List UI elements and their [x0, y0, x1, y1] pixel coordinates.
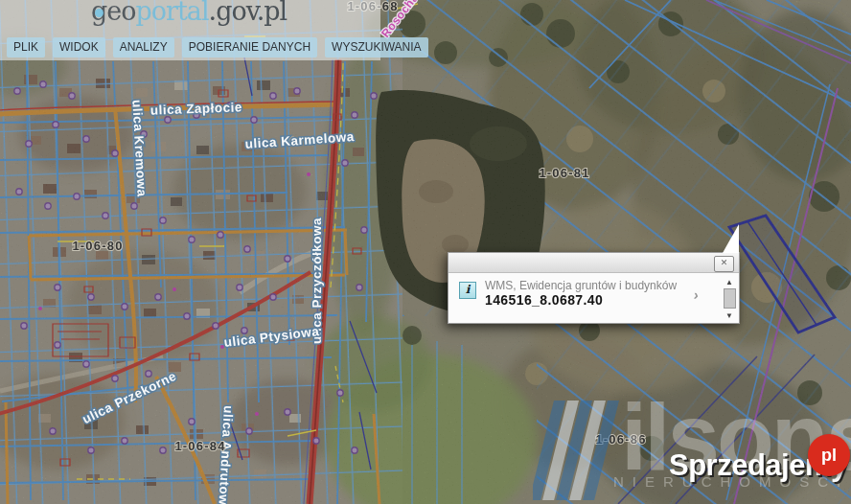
- scrollbar-thumb[interactable]: [724, 288, 736, 309]
- chevron-right-icon[interactable]: ›: [693, 286, 700, 304]
- logo-part-govpl: .gov.pl: [209, 0, 288, 26]
- menu-item-plik[interactable]: PLIK: [7, 37, 45, 57]
- parcel-label-1-06-81: 1-06-81: [539, 166, 589, 180]
- parcel-label-1-06-84: 1-06-84: [174, 439, 225, 453]
- logo-part-portal: portal: [136, 0, 209, 26]
- menu-item-analizy[interactable]: ANALIZY: [113, 37, 174, 57]
- popup-feature-id: 146516_8.0687.40: [485, 292, 603, 308]
- scroll-up-icon[interactable]: ▲: [723, 278, 736, 286]
- popup-scrollbar[interactable]: ▲ ▼: [723, 278, 736, 320]
- header-bar: geoportal.gov.pl PLIK WIDOK ANALIZY POBI…: [0, 0, 380, 60]
- menu-item-wyszukiwania[interactable]: WYSZUKIWANIA: [325, 37, 428, 57]
- geoportal-logo[interactable]: geoportal.gov.pl: [91, 0, 287, 26]
- main-menu: PLIK WIDOK ANALIZY POBIERANIE DANYCH WYS…: [7, 37, 428, 57]
- parcel-label-1-06-86: 1-06-86: [595, 432, 646, 447]
- scroll-down-icon[interactable]: ▼: [723, 311, 736, 320]
- popup-layer-source: WMS, Ewidencja gruntów i budynków: [485, 279, 677, 292]
- parcel-label-1-06-80: 1-06-80: [72, 239, 123, 253]
- geoportal-app: ulica Zapłocie ulica Kremowa ulica Karme…: [0, 0, 851, 504]
- menu-item-widok[interactable]: WIDOK: [53, 37, 105, 57]
- menu-item-pobieranie-danych[interactable]: POBIERANIE DANYCH: [182, 37, 317, 57]
- logo-dot-icon: [95, 9, 104, 17]
- wms-info-popup: ✕ i WMS, Ewidencja gruntów i budynków 14…: [448, 252, 740, 324]
- popup-title-bar[interactable]: [448, 253, 739, 273]
- info-icon: i: [459, 282, 476, 299]
- close-icon[interactable]: ✕: [714, 256, 734, 272]
